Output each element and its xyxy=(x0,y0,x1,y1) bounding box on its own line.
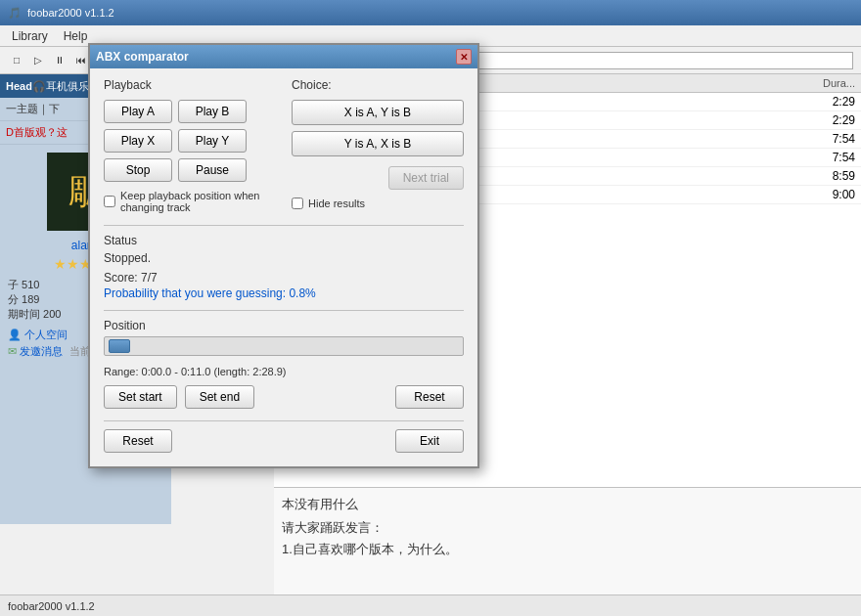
track-duration: 9:00 xyxy=(796,188,855,201)
exit-button[interactable]: Exit xyxy=(395,429,464,453)
track-duration: 2:29 xyxy=(796,113,855,127)
score-area: Score: 7/7 Probability that you were gue… xyxy=(104,271,464,300)
slider-thumb[interactable] xyxy=(109,339,130,353)
playback-label: Playback xyxy=(104,78,276,92)
abx-body: Playback Play A Play B Play X Play Y Sto… xyxy=(90,68,477,466)
foobar-title: foobar2000 v1.1.2 xyxy=(27,7,114,19)
choice-section: Choice: X is A, Y is B Y is A, X is B Ne… xyxy=(292,78,464,213)
headfi-logo-accent: 🎧 xyxy=(32,80,46,93)
keep-position-label: Keep playback position when changing tra… xyxy=(120,190,276,213)
toolbar-pause-btn[interactable]: ⏸ xyxy=(51,52,68,69)
play-ab-row: Play A Play B xyxy=(104,100,276,123)
menu-item-help[interactable]: Help xyxy=(56,27,96,45)
abx-dialog: ABX comparator ✕ Playback Play A Play B … xyxy=(88,43,479,468)
play-x-button[interactable]: Play X xyxy=(104,129,172,153)
reset-range-button[interactable]: Reset xyxy=(395,385,464,409)
chat-invite: 请大家踊跃发言： xyxy=(282,519,853,537)
hide-results-label: Hide results xyxy=(308,198,365,209)
chat-no-content: 本没有用什么 xyxy=(282,496,853,513)
next-trial-container: Next trial xyxy=(292,166,464,190)
chat-item1: 1.自己喜欢哪个版本，为什么。 xyxy=(282,541,853,558)
play-a-button[interactable]: Play A xyxy=(104,100,172,123)
abx-titlebar: ABX comparator ✕ xyxy=(90,45,477,68)
play-xy-row: Play X Play Y xyxy=(104,129,276,153)
col-header-duration: Dura... xyxy=(796,77,855,89)
divider2 xyxy=(104,310,464,311)
position-slider[interactable] xyxy=(104,336,464,356)
abx-close-button[interactable]: ✕ xyxy=(456,49,472,65)
chat-area: 本没有用什么 请大家踊跃发言： 1.自己喜欢哪个版本，为什么。 xyxy=(274,487,861,594)
reset-button[interactable]: Reset xyxy=(104,429,172,453)
status-bar: foobar2000 v1.1.2 xyxy=(0,594,861,616)
message-icon: ✉ xyxy=(8,345,17,357)
status-value: Stopped. xyxy=(104,251,464,265)
track-duration: 7:54 xyxy=(796,151,855,164)
x-is-a-button[interactable]: X is A, Y is B xyxy=(292,100,464,125)
play-y-button[interactable]: Play Y xyxy=(178,129,247,153)
menu-item-library[interactable]: Library xyxy=(4,27,56,45)
foobar-icon: 🎵 xyxy=(8,7,22,20)
toolbar-play-btn[interactable]: ▷ xyxy=(29,52,47,69)
headfi-logo: Head xyxy=(6,80,32,92)
playback-section: Playback Play A Play B Play X Play Y Sto… xyxy=(104,78,276,213)
range-text: Range: 0:00.0 - 0:11.0 (length: 2:28.9) xyxy=(104,366,464,377)
keep-position-row: Keep playback position when changing tra… xyxy=(104,190,276,213)
foobar-titlebar: 🎵 foobar2000 v1.1.2 xyxy=(0,0,861,25)
play-b-button[interactable]: Play B xyxy=(178,100,247,123)
track-duration: 8:59 xyxy=(796,169,855,183)
hide-results-checkbox[interactable] xyxy=(292,198,303,209)
keep-position-checkbox[interactable] xyxy=(104,196,115,207)
bottom-row: Reset Exit xyxy=(104,429,464,453)
track-duration: 7:54 xyxy=(796,132,855,146)
track-duration: 2:29 xyxy=(796,95,855,109)
divider3 xyxy=(104,420,464,421)
range-buttons: Set start Set end Reset xyxy=(104,385,464,409)
set-start-button[interactable]: Set start xyxy=(104,385,177,409)
position-section: Position xyxy=(104,319,464,356)
pause-button[interactable]: Pause xyxy=(178,158,247,182)
prob-text: Probability that you were guessing: 0.8% xyxy=(104,286,464,300)
abx-top-sections: Playback Play A Play B Play X Play Y Sto… xyxy=(104,78,464,213)
stop-button[interactable]: Stop xyxy=(104,158,172,182)
hide-results-row: Hide results xyxy=(292,198,464,209)
divider1 xyxy=(104,225,464,226)
set-end-button[interactable]: Set end xyxy=(185,385,254,409)
score-text: Score: 7/7 xyxy=(104,271,464,285)
abx-title: ABX comparator xyxy=(96,50,189,64)
status-section-label: Status xyxy=(104,234,464,247)
y-is-a-button[interactable]: Y is A, X is B xyxy=(292,131,464,156)
position-label: Position xyxy=(104,319,464,332)
status-section: Status Stopped. Score: 7/7 Probability t… xyxy=(104,234,464,300)
next-trial-button: Next trial xyxy=(388,166,464,190)
toolbar-stop-btn[interactable]: □ xyxy=(8,52,25,69)
stop-pause-row: Stop Pause xyxy=(104,158,276,182)
choice-label: Choice: xyxy=(292,78,464,92)
person-icon: 👤 xyxy=(8,329,22,340)
status-bar-text: foobar2000 v1.1.2 xyxy=(8,600,95,612)
